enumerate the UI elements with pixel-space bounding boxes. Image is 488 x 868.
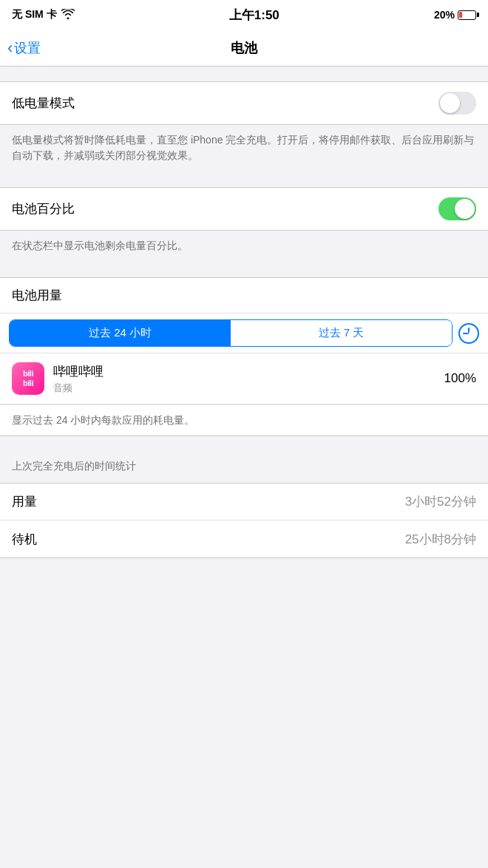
usage-row: 用量 3小时52分钟 <box>0 484 488 521</box>
standby-row: 待机 25小时8分钟 <box>0 521 488 557</box>
toggle-knob <box>440 93 460 113</box>
last-charge-card: 用量 3小时52分钟 待机 25小时8分钟 <box>0 483 488 558</box>
standby-label: 待机 <box>12 531 37 548</box>
chevron-left-icon: ‹ <box>7 40 13 56</box>
battery-percentage-desc: 在状态栏中显示电池剩余电量百分比。 <box>0 231 488 262</box>
bilibili-icon-text: bilibili <box>23 369 33 388</box>
low-power-mode-card: 低电量模式 <box>0 81 488 125</box>
low-power-mode-section: 低电量模式 低电量模式将暂时降低耗电量，直至您 iPhone 完全充电。打开后，… <box>0 81 488 172</box>
battery-usage-footer: 显示过去 24 小时内每款应用的耗电量。 <box>0 404 488 435</box>
status-bar: 无 SIM 卡 上午1:50 20% <box>0 0 488 30</box>
battery-pct-status: 20% <box>434 9 455 21</box>
battery-percentage-row: 电池百分比 <box>0 188 488 230</box>
clock-icon[interactable] <box>458 323 479 344</box>
bilibili-pct: 100% <box>444 371 476 386</box>
battery-usage-section: 电池用量 过去 24 小时 过去 7 天 bilibili 哔哩哔哩 音频 10… <box>0 277 488 436</box>
nav-bar: ‹ 设置 电池 <box>0 30 488 67</box>
bilibili-app-icon: bilibili <box>12 362 44 395</box>
battery-usage-card: 电池用量 过去 24 小时 过去 7 天 bilibili 哔哩哔哩 音频 10… <box>0 277 488 436</box>
toggle-knob-pct <box>455 199 475 219</box>
low-power-mode-desc: 低电量模式将暂时降低耗电量，直至您 iPhone 完全充电。打开后，将停用邮件获… <box>0 125 488 172</box>
battery-percentage-toggle[interactable] <box>438 197 476 220</box>
page-title: 电池 <box>231 39 257 57</box>
bilibili-sub: 音频 <box>53 382 436 395</box>
no-sim-text: 无 SIM 卡 <box>12 8 57 21</box>
last-charge-label: 上次完全充电后的时间统计 <box>0 451 488 483</box>
standby-value: 25小时8分钟 <box>405 531 476 548</box>
back-label: 设置 <box>14 39 41 57</box>
back-button[interactable]: ‹ 设置 <box>7 39 41 57</box>
battery-percentage-card: 电池百分比 <box>0 187 488 231</box>
tab-container: 过去 24 小时 过去 7 天 <box>0 313 488 353</box>
clock-hand-hour <box>468 328 470 333</box>
app-row-bilibili[interactable]: bilibili 哔哩哔哩 音频 100% <box>0 353 488 404</box>
clock-hand-minute <box>463 333 469 334</box>
bilibili-name: 哔哩哔哩 <box>53 363 436 380</box>
last-charge-section: 上次完全充电后的时间统计 用量 3小时52分钟 待机 25小时8分钟 <box>0 451 488 558</box>
status-left: 无 SIM 卡 <box>12 8 75 21</box>
low-power-mode-row: 低电量模式 <box>0 82 488 124</box>
tab-24h[interactable]: 过去 24 小时 <box>10 320 231 346</box>
low-power-mode-toggle[interactable] <box>438 92 476 115</box>
battery-percentage-label: 电池百分比 <box>12 200 75 217</box>
tab-7d[interactable]: 过去 7 天 <box>231 320 452 346</box>
bilibili-info: 哔哩哔哩 音频 <box>53 363 436 395</box>
status-time: 上午1:50 <box>229 7 279 24</box>
usage-value: 3小时52分钟 <box>405 493 476 510</box>
low-power-mode-label: 低电量模式 <box>12 95 75 112</box>
wifi-icon <box>61 9 75 21</box>
battery-icon <box>458 10 476 20</box>
bottom-space <box>0 558 488 573</box>
time-tabs: 过去 24 小时 过去 7 天 <box>9 319 453 347</box>
usage-label: 用量 <box>12 493 37 510</box>
status-right: 20% <box>434 9 476 21</box>
battery-usage-label: 电池用量 <box>0 278 488 313</box>
battery-percentage-section: 电池百分比 在状态栏中显示电池剩余电量百分比。 <box>0 187 488 262</box>
